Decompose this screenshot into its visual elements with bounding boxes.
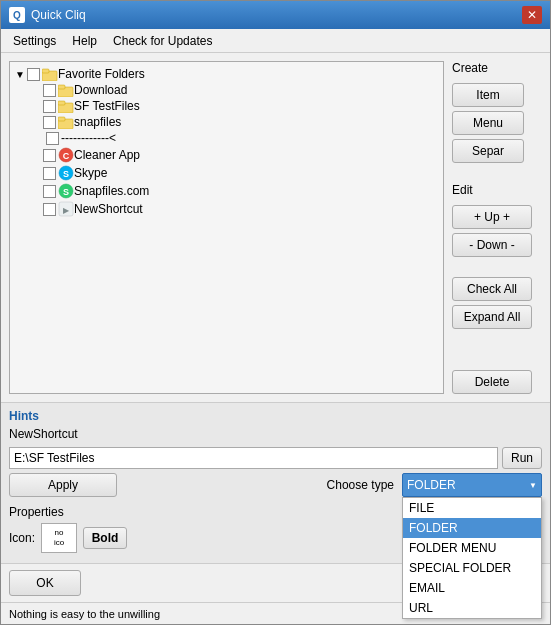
- checkbox[interactable]: [43, 185, 56, 198]
- separ-button[interactable]: Separ: [452, 139, 524, 163]
- tree-item[interactable]: Download: [14, 82, 439, 98]
- svg-rect-1: [42, 69, 49, 73]
- tree-label: Cleaner App: [74, 148, 140, 162]
- tree-item[interactable]: SF TestFiles: [14, 98, 439, 114]
- svg-text:S: S: [63, 169, 69, 179]
- tree-label: Skype: [74, 166, 107, 180]
- folder-icon: [58, 99, 74, 113]
- apply-button[interactable]: Apply: [9, 473, 117, 497]
- svg-text:C: C: [63, 151, 70, 161]
- menu-button[interactable]: Menu: [452, 111, 524, 135]
- checkbox[interactable]: [43, 167, 56, 180]
- option-url[interactable]: URL: [403, 598, 541, 618]
- checkbox[interactable]: [43, 203, 56, 216]
- hints-body: NewShortcut Run Apply Choose type FOLDER…: [9, 427, 542, 557]
- edit-section: Edit + Up + - Down -: [452, 183, 542, 257]
- folder-icon: [58, 83, 74, 97]
- check-expand-section: Check All Expand All: [452, 277, 542, 329]
- checkbox[interactable]: [43, 149, 56, 162]
- snapfiles-icon: S: [58, 183, 74, 199]
- window-icon: Q: [9, 7, 25, 23]
- svg-text:S: S: [63, 187, 69, 197]
- checkbox[interactable]: [43, 100, 56, 113]
- no-ico-box: no ico: [41, 523, 77, 553]
- checkbox[interactable]: [43, 116, 56, 129]
- expand-icon: [30, 100, 42, 112]
- tree-item[interactable]: S Snapfiles.com: [14, 182, 439, 200]
- path-input[interactable]: [9, 447, 498, 469]
- menu-check-updates[interactable]: Check for Updates: [105, 32, 220, 50]
- no-ico-line1: no: [55, 528, 64, 538]
- edit-label: Edit: [452, 183, 473, 197]
- tree-label: Favorite Folders: [58, 67, 145, 81]
- folder-icon: [42, 67, 58, 81]
- option-email[interactable]: EMAIL: [403, 578, 541, 598]
- bold-button[interactable]: Bold: [83, 527, 127, 549]
- skype-icon: S: [58, 165, 74, 181]
- right-panel: Create Item Menu Separ Edit + Up + - Dow…: [452, 61, 542, 394]
- down-button[interactable]: - Down -: [452, 233, 532, 257]
- option-folder[interactable]: FOLDER: [403, 518, 541, 538]
- expand-icon: [30, 149, 42, 161]
- item-button[interactable]: Item: [452, 83, 524, 107]
- choose-type-label: Choose type: [327, 478, 394, 492]
- run-button[interactable]: Run: [502, 447, 542, 469]
- window-title: Quick Cliq: [31, 8, 522, 22]
- menu-settings[interactable]: Settings: [5, 32, 64, 50]
- left-panel: ▼ Favorite Folders Down: [9, 61, 444, 394]
- apply-row: Apply Choose type FOLDER FILE FOLDER FOL…: [9, 473, 542, 497]
- shortcut-icon: ▶: [58, 201, 74, 217]
- delete-button[interactable]: Delete: [452, 370, 532, 394]
- expand-icon: [30, 167, 42, 179]
- type-dropdown-container: FOLDER FILE FOLDER FOLDER MENU SPECIAL F…: [402, 473, 542, 497]
- ok-button[interactable]: OK: [9, 570, 81, 596]
- tree-item[interactable]: C Cleaner App: [14, 146, 439, 164]
- type-dropdown[interactable]: FOLDER: [402, 473, 542, 497]
- svg-rect-7: [58, 117, 65, 121]
- menu-help[interactable]: Help: [64, 32, 105, 50]
- tree-label: Download: [74, 83, 127, 97]
- checkbox[interactable]: [27, 68, 40, 81]
- delete-section: Delete: [452, 370, 542, 394]
- expand-icon: [30, 84, 42, 96]
- option-folder-menu[interactable]: FOLDER MENU: [403, 538, 541, 558]
- folder-icon: [58, 115, 74, 129]
- tree-label: Snapfiles.com: [74, 184, 149, 198]
- checkbox[interactable]: [46, 132, 59, 145]
- tree-item: ------------<: [14, 130, 439, 146]
- tree-label: ------------<: [61, 131, 116, 145]
- expand-all-button[interactable]: Expand All: [452, 305, 532, 329]
- option-file[interactable]: FILE: [403, 498, 541, 518]
- check-all-button[interactable]: Check All: [452, 277, 532, 301]
- tree-label: snapfiles: [74, 115, 121, 129]
- tree-label: NewShortcut: [74, 202, 143, 216]
- tree-item[interactable]: snapfiles: [14, 114, 439, 130]
- title-bar: Q Quick Cliq ✕: [1, 1, 550, 29]
- icon-label: Icon:: [9, 531, 35, 545]
- create-label: Create: [452, 61, 488, 75]
- hints-section: Hints NewShortcut Run Apply Choose type …: [1, 402, 550, 563]
- tree-item[interactable]: ▼ Favorite Folders: [14, 66, 439, 82]
- selected-type-text: FOLDER: [407, 478, 456, 492]
- checkbox[interactable]: [43, 84, 56, 97]
- main-window: Q Quick Cliq ✕ Settings Help Check for U…: [0, 0, 551, 625]
- option-special-folder[interactable]: SPECIAL FOLDER: [403, 558, 541, 578]
- svg-rect-3: [58, 85, 65, 89]
- main-content: ▼ Favorite Folders Down: [1, 53, 550, 402]
- up-button[interactable]: + Up +: [452, 205, 532, 229]
- create-section: Create Item Menu Separ: [452, 61, 542, 163]
- expand-icon: [30, 203, 42, 215]
- expand-icon: ▼: [14, 68, 26, 80]
- tree-item[interactable]: ▶ NewShortcut: [14, 200, 439, 218]
- tree-item[interactable]: S Skype: [14, 164, 439, 182]
- dropdown-list: FILE FOLDER FOLDER MENU SPECIAL FOLDER E…: [402, 497, 542, 619]
- tree-container[interactable]: ▼ Favorite Folders Down: [9, 61, 444, 394]
- close-button[interactable]: ✕: [522, 6, 542, 24]
- expand-icon: [30, 185, 42, 197]
- tree-label: SF TestFiles: [74, 99, 140, 113]
- hint-name: NewShortcut: [9, 427, 542, 441]
- svg-text:▶: ▶: [63, 206, 70, 215]
- path-row: Run: [9, 447, 542, 469]
- expand-icon: [30, 116, 42, 128]
- no-ico-line2: ico: [54, 538, 64, 548]
